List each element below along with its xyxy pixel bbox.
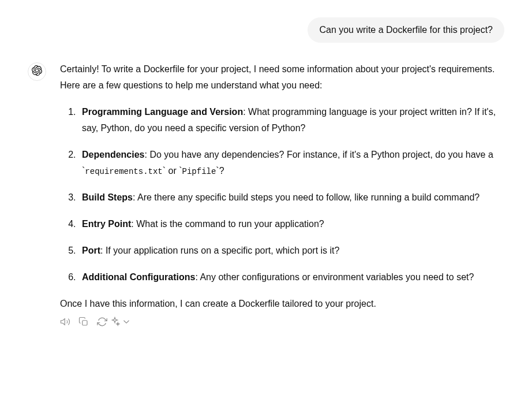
- item-body-prefix: : Do you have any dependencies? For inst…: [144, 150, 493, 159]
- item-mid: or: [166, 166, 179, 176]
- user-message-text: Can you write a Dockerfile for this proj…: [319, 25, 493, 35]
- model-select-button[interactable]: [115, 319, 126, 329]
- chat-container: Can you write a Dockerfile for this proj…: [28, 17, 504, 329]
- list-item: Dependencies: Do you have any dependenci…: [78, 147, 504, 179]
- assistant-avatar: [28, 62, 46, 81]
- assistant-message: Certainly! To write a Dockerfile for you…: [60, 61, 504, 329]
- item-body: : If your application runs on a specific…: [100, 246, 339, 255]
- refresh-icon: [97, 316, 107, 332]
- chevron-down-icon: [121, 316, 132, 332]
- item-suffix: ?: [219, 166, 224, 176]
- assistant-row: Certainly! To write a Dockerfile for you…: [28, 61, 504, 329]
- list-item: Entry Point: What is the command to run …: [78, 216, 504, 232]
- item-body: : Are there any specific build steps you…: [133, 192, 479, 202]
- item-title: Entry Point: [82, 219, 131, 229]
- assistant-intro: Certainly! To write a Dockerfile for you…: [60, 61, 504, 94]
- message-actions: [60, 319, 504, 329]
- list-item: Additional Configurations: Any other con…: [78, 269, 504, 285]
- item-title: Additional Configurations: [82, 272, 195, 282]
- regenerate-button[interactable]: [97, 319, 107, 329]
- openai-logo-icon: [32, 65, 42, 78]
- code-snippet: Pipfile: [182, 167, 216, 176]
- item-body: : Any other configurations or environmen…: [195, 272, 474, 282]
- speaker-icon: [60, 316, 70, 332]
- sparkle-icon: [110, 316, 120, 332]
- user-message-bubble[interactable]: Can you write a Dockerfile for this proj…: [308, 17, 504, 43]
- list-item: Build Steps: Are there any specific buil…: [78, 189, 504, 206]
- code-snippet: requirements.txt: [85, 167, 162, 176]
- list-item: Programming Language and Version: What p…: [78, 104, 504, 136]
- assistant-closing: Once I have this information, I can crea…: [60, 296, 504, 312]
- question-list: Programming Language and Version: What p…: [60, 104, 504, 285]
- item-title: Dependencies: [82, 150, 144, 159]
- svg-rect-0: [83, 321, 87, 325]
- item-title: Build Steps: [82, 192, 133, 202]
- user-message-row: Can you write a Dockerfile for this proj…: [28, 17, 504, 43]
- item-body: : What is the command to run your applic…: [131, 219, 324, 229]
- copy-button[interactable]: [78, 319, 89, 329]
- read-aloud-button[interactable]: [60, 319, 70, 329]
- item-title: Programming Language and Version: [82, 107, 243, 117]
- list-item: Port: If your application runs on a spec…: [78, 243, 504, 259]
- copy-icon: [78, 316, 89, 332]
- item-title: Port: [82, 246, 100, 255]
